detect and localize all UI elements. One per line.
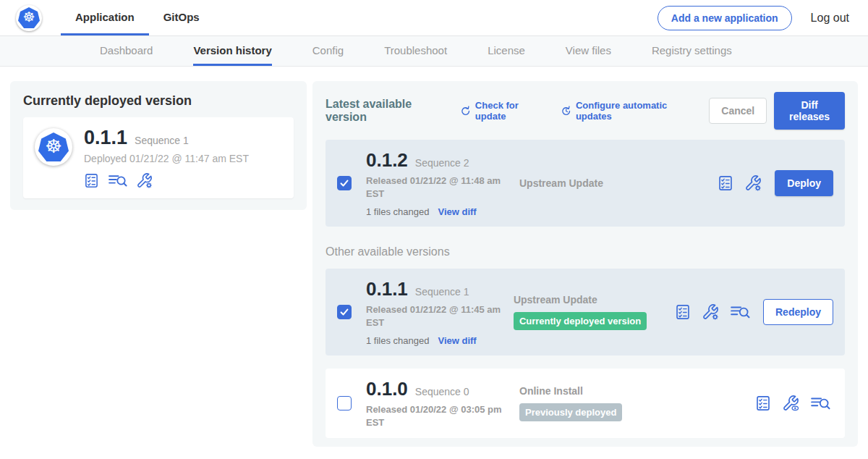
deployed-version-card: ☸ 0.1.1 Sequence 1 Deployed 01/21/22 @ 1… [23,117,294,198]
check-for-update-label: Check for update [475,100,545,122]
cancel-button[interactable]: Cancel [709,98,767,124]
deploy-logs-icon[interactable] [730,303,750,321]
refresh-icon [460,105,471,117]
version-checkbox[interactable] [337,396,352,410]
subnav-tab-license[interactable]: License [488,36,525,66]
currently-deployed-title: Currently deployed version [23,93,294,109]
available-versions-panel: Latest available version Check for updat… [312,81,858,447]
redeploy-button[interactable]: Redeploy [763,299,833,325]
subnav-tab-version-history[interactable]: Version history [193,36,271,66]
latest-available-title: Latest available version [326,98,444,124]
subnav-tab-view-files[interactable]: View files [566,36,611,66]
deployed-timestamp: Deployed 01/21/22 @ 11:47 am EST [84,153,249,164]
subnav-tab-registry-settings[interactable]: Registry settings [652,36,732,66]
subnav-tab-registry-settings-label: Registry settings [652,44,732,56]
version-checkbox[interactable] [337,305,352,319]
add-application-button[interactable]: Add a new application [658,6,792,30]
view-diff-link[interactable]: View diff [438,206,476,217]
checkmark-icon [339,306,350,318]
version-number: 0.1.2 [366,149,408,172]
subnav-tab-config[interactable]: Config [312,36,344,66]
release-timestamp: Released 01/20/22 @ 03:05 pm EST [366,403,511,429]
view-diff-link[interactable]: View diff [438,335,476,346]
release-timestamp: Released 01/21/22 @ 11:48 am EST [366,174,511,200]
version-card-0-1-0: 0.1.0 Sequence 0 Released 01/20/22 @ 03:… [326,369,845,438]
app-subnav: Dashboard Version history Config Trouble… [0,36,868,67]
deploy-logs-icon[interactable] [108,172,127,189]
files-changed-label: 1 files changed [366,335,429,346]
version-source-label: Online Install [519,385,687,397]
app-logo: ☸ [35,128,72,166]
subnav-tab-dashboard[interactable]: Dashboard [100,36,153,66]
check-for-update-link[interactable]: Check for update [460,100,545,122]
main-content: Currently deployed version ☸ 0.1.1 Seque… [0,67,868,459]
kubernetes-logo: ☸ [16,5,42,31]
deployed-sequence-label: Sequence 1 [135,135,189,146]
kubernetes-heptagon: ☸ [38,132,69,161]
preflight-checks-icon[interactable] [675,304,691,320]
version-number: 0.1.0 [366,378,408,400]
topnav-tab-application[interactable]: Application [61,0,149,35]
sequence-label: Sequence 1 [415,286,469,298]
previously-deployed-badge: Previously deployed [519,403,622,421]
subnav-tab-troubleshoot-label: Troubleshoot [384,44,447,56]
currently-deployed-badge: Currently deployed version [514,312,647,330]
configure-automatic-updates-label: Configure automatic updates [576,100,693,122]
preflight-checks-icon[interactable] [718,175,733,191]
version-card-0-1-2: 0.1.2 Sequence 2 Released 01/21/22 @ 11:… [326,140,845,227]
edit-config-icon[interactable] [744,174,762,192]
edit-config-icon[interactable] [136,172,153,189]
sequence-label: Sequence 2 [415,157,469,169]
version-source-label: Upstream Update [519,177,687,189]
sequence-label: Sequence 0 [415,386,469,397]
kubernetes-heptagon: ☸ [18,7,40,28]
kubernetes-wheel-icon: ☸ [22,10,35,24]
version-number: 0.1.1 [366,278,408,300]
logout-button[interactable]: Log out [811,12,849,25]
subnav-tab-config-label: Config [312,44,344,56]
other-versions-title: Other available versions [326,245,845,258]
version-card-0-1-1: 0.1.1 Sequence 1 Released 01/21/22 @ 11:… [326,269,845,355]
checkmark-icon [339,177,350,189]
topnav-tab-application-label: Application [75,11,135,23]
version-source-label: Upstream Update [514,294,675,306]
diff-releases-button[interactable]: Diff releases [774,92,845,130]
deploy-button[interactable]: Deploy [775,170,833,196]
top-navbar: ☸ Application GitOps Add a new applicati… [0,0,868,36]
deploy-logs-icon[interactable] [810,395,830,412]
topnav-tab-gitops-label: GitOps [163,11,200,23]
files-changed-label: 1 files changed [366,206,429,217]
clock-refresh-icon [561,105,571,117]
release-timestamp: Released 01/21/22 @ 11:45 am EST [366,303,511,329]
subnav-tab-version-history-label: Version history [193,44,271,56]
view-config-icon[interactable] [782,395,799,412]
edit-config-icon[interactable] [702,303,719,321]
topnav-tab-gitops[interactable]: GitOps [149,0,214,35]
currently-deployed-panel: Currently deployed version ☸ 0.1.1 Seque… [10,81,307,210]
deployed-version-number: 0.1.1 [84,127,127,149]
preflight-checks-icon[interactable] [755,395,771,411]
subnav-tab-license-label: License [488,44,525,56]
version-checkbox[interactable] [337,176,352,190]
preflight-checks-icon[interactable] [84,173,99,188]
kubernetes-wheel-icon: ☸ [45,137,61,156]
configure-automatic-updates-link[interactable]: Configure automatic updates [561,100,694,122]
subnav-tab-dashboard-label: Dashboard [100,44,153,56]
subnav-tab-view-files-label: View files [566,44,611,56]
subnav-tab-troubleshoot[interactable]: Troubleshoot [384,36,447,66]
